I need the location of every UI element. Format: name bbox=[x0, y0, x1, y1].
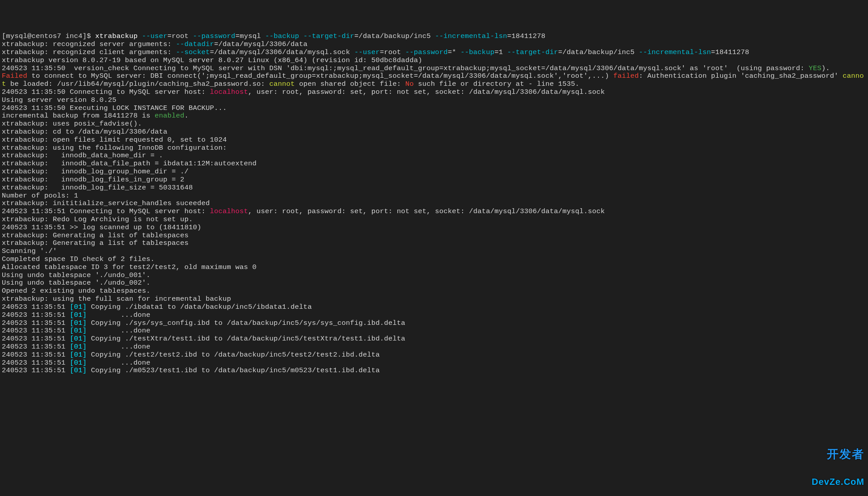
scanning-line: Scanning './' bbox=[2, 247, 57, 255]
undo1-line: Using undo tablespace './undo_001'. bbox=[2, 271, 151, 279]
server-version-line: Using server version 8.0.25 bbox=[2, 96, 117, 104]
gen2-line: xtrabackup: Generating a list of tablesp… bbox=[2, 239, 189, 247]
watermark-line2: DevZe.CoM bbox=[812, 477, 864, 487]
svc-line: xtrabackup: inititialize_service_handles… bbox=[2, 199, 210, 207]
pools-line: Number of pools: 1 bbox=[2, 192, 78, 200]
cfg-loghome-line: xtrabackup: innodb_log_group_home_dir = … bbox=[2, 168, 189, 176]
lock-line: 240523 11:35:50 Executing LOCK INSTANCE … bbox=[2, 104, 227, 112]
cfg-header-line: xtrabackup: using the following InnoDB c… bbox=[2, 144, 227, 152]
connect-line-2: 240523 11:35:51 Connecting to MySQL serv… bbox=[2, 207, 605, 215]
watermark: 开发者 DevZe.CoM bbox=[812, 432, 864, 495]
fadvise-line: xtrabackup: uses posix_fadvise(). bbox=[2, 120, 142, 128]
connect-line-1: 240523 11:35:50 Connecting to MySQL serv… bbox=[2, 88, 605, 96]
cfg-logfiles-line: xtrabackup: innodb_log_files_in_group = … bbox=[2, 176, 185, 184]
gen1-line: xtrabackup: Generating a list of tablesp… bbox=[2, 231, 189, 240]
client-args-line: xtrabackup: recognized client arguments:… bbox=[2, 48, 754, 56]
version-check-line: 240523 11:35:50 version_check Connecting… bbox=[2, 64, 830, 72]
cfg-home-line: xtrabackup: innodb_data_home_dir = . bbox=[2, 151, 163, 160]
cfg-filepath-line: xtrabackup: innodb_data_file_path = ibda… bbox=[2, 160, 257, 168]
undo2-line: Using undo tablespace './undo_002'. bbox=[2, 279, 151, 287]
files-limit-line: xtrabackup: open files limit requested 0… bbox=[2, 136, 227, 144]
copy-block: 240523 11:35:51 [01] Copying ./ibdata1 t… bbox=[2, 303, 405, 375]
watermark-line1: 开发者 bbox=[812, 448, 864, 461]
cfg-logsize-line: xtrabackup: innodb_log_file_size = 50331… bbox=[2, 184, 193, 192]
failed-line: Failed to connect to MySQL server: DBI c… bbox=[2, 72, 864, 88]
completed-line: Completed space ID check of 2 files. bbox=[2, 255, 155, 263]
incremental-line: incremental backup from 18411278 is enab… bbox=[2, 112, 189, 120]
allocated-line: Allocated tablespace ID 3 for test2/test… bbox=[2, 263, 257, 271]
scanned-line: 240523 11:35:51 >> log scanned up to (18… bbox=[2, 223, 202, 231]
cd-line: xtrabackup: cd to /data/mysql/3306/data bbox=[2, 128, 168, 136]
redo-line: xtrabackup: Redo Log Archiving is not se… bbox=[2, 215, 193, 223]
prompt: [mysql@centos7 inc4]$ xtrabackup --user=… bbox=[2, 32, 545, 40]
version-line: xtrabackup version 8.0.27-19 based on My… bbox=[2, 56, 422, 64]
server-args-line: xtrabackup: recognized server arguments:… bbox=[2, 40, 312, 48]
opened-line: Opened 2 existing undo tablespaces. bbox=[2, 287, 151, 295]
fullscan-line: xtrabackup: using the full scan for incr… bbox=[2, 295, 231, 303]
terminal-output[interactable]: [mysql@centos7 inc4]$ xtrabackup --user=… bbox=[2, 33, 866, 375]
